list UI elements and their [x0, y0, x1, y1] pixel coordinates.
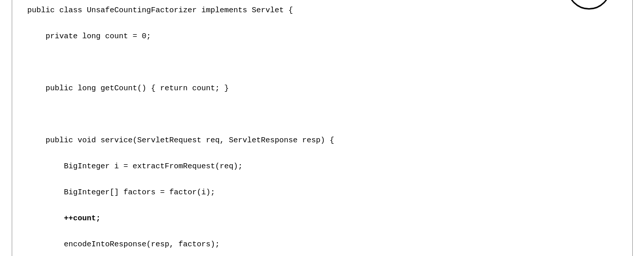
code-content: @NotThreadSafe public class UnsafeCounti… [27, 0, 617, 256]
code-line-8: BigInteger i = extractFromRequest(req); [27, 162, 243, 171]
code-line-7: public void service(ServletRequest req, … [27, 136, 334, 145]
svg-point-0 [568, 0, 610, 9]
code-line-11: encodeIntoResponse(resp, factors); [27, 240, 220, 249]
code-line-9: BigInteger[] factors = factor(i); [27, 188, 215, 197]
card-body: @NotThreadSafe public class UnsafeCounti… [12, 0, 632, 256]
code-line-5: public long getCount() { return count; } [27, 84, 229, 93]
code-line-2: public class UnsafeCountingFactorizer im… [27, 6, 293, 15]
code-line-3: private long count = 0; [27, 32, 151, 41]
code-line-10-bold: ++count; [27, 214, 101, 223]
angry-face-icon [566, 0, 612, 11]
code-listing-card: 程序清单 2-2 在没有同步的情况下统计已处理请求数量的 Servlet（不要这… [12, 0, 633, 256]
